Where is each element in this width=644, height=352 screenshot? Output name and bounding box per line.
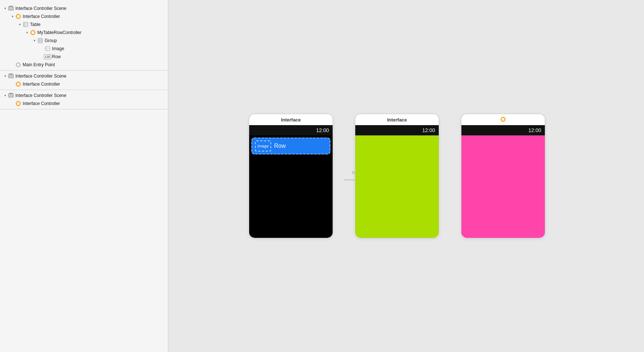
watch-2-header: Interface [355,114,439,125]
sidebar-item-controller-1[interactable]: Interface Controller [0,12,168,20]
sidebar-item-scene-3[interactable]: Interface Controller Scene [0,91,168,100]
svg-rect-12 [39,39,40,42]
disclosure-icon-7[interactable] [3,93,7,98]
label-icon: Lbl [45,54,50,60]
watch-2-time: 12:00 [422,127,435,133]
watch-1-status-bar: 12:00 [249,125,333,135]
watch-1-body: Image Row [249,135,333,238]
sidebar-item-image[interactable]: Image [0,45,168,53]
tree-section-2: Interface Controller Scene Interface Con… [0,71,168,90]
canvas-area: Main Interface 12:00 Image Row [168,0,644,352]
disclosure-icon-1[interactable] [3,6,7,11]
svg-rect-27 [17,102,20,105]
watch-3-header [461,114,545,125]
image-label: Image [52,46,64,51]
watch-device-1: Interface 12:00 Image Row [249,114,333,238]
sidebar-item-rowcontroller[interactable]: MyTableRowController [0,29,168,37]
watch-device-3: 12:00 [461,114,545,238]
scene-1-label: Interface Controller Scene [15,6,66,11]
svg-rect-19 [9,74,13,74]
group-label: Group [45,38,57,43]
controller-1-label: Interface Controller [23,14,60,19]
controller-icon-2 [30,30,36,35]
watch-1-header: Interface [249,114,333,125]
svg-rect-4 [17,15,20,18]
group-icon [37,38,43,44]
svg-rect-22 [17,83,20,86]
svg-rect-25 [9,94,13,97]
disclosure-icon-4[interactable] [25,30,29,35]
watch-1-time: 12:00 [316,127,329,133]
sidebar-item-scene-2[interactable]: Interface Controller Scene [0,72,168,80]
sidebar-item-entry[interactable]: Main Entry Point [0,61,168,69]
sidebar: Interface Controller Scene Interface Con… [0,0,168,352]
watch-device-2: Interface 12:00 [355,114,439,238]
sidebar-item-group[interactable]: Group [0,37,168,45]
controller-icon-3 [15,81,21,87]
svg-rect-20 [9,75,13,78]
watch-3-time: 12:00 [528,127,541,133]
svg-rect-1 [9,6,13,7]
disclosure-icon-5[interactable] [32,38,37,43]
watch-3-body [461,135,545,238]
svg-rect-29 [502,118,505,120]
sidebar-item-controller-3[interactable]: Interface Controller [0,100,168,108]
row-label: Row [52,54,61,59]
disclosure-icon-6[interactable] [3,74,7,78]
controller-icon-4 [15,101,21,106]
scene-icon-3 [8,93,14,98]
disclosure-icon-2[interactable] [10,14,15,19]
watch-3-status-bar: 12:00 [461,125,545,135]
table-label: Table [30,22,41,27]
svg-rect-10 [32,31,34,34]
watch-row-label: Row [274,143,286,149]
svg-rect-24 [9,93,13,94]
scene-2-label: Interface Controller Scene [15,74,66,79]
watch-2-status-bar: 12:00 [355,125,439,135]
watch-row-item: Image Row [251,138,330,154]
sidebar-item-row[interactable]: Lbl Row [0,53,168,61]
sidebar-item-table[interactable]: Table [0,20,168,29]
watch-screens: Interface 12:00 Image Row Interface 12:0… [249,114,545,238]
watch-row-image: Image [255,141,271,151]
controller-badge-icon [501,117,506,123]
tree-section-3: Interface Controller Scene Interface Con… [0,90,168,109]
table-icon [23,22,29,27]
controller-2-label: Interface Controller [23,82,60,87]
controller-3-label: Interface Controller [23,101,60,106]
entry-icon [15,62,21,68]
svg-rect-2 [9,7,13,10]
scene-icon [8,5,14,11]
sidebar-item-scene-1[interactable]: Interface Controller Scene [0,4,168,12]
tree-section-1: Interface Controller Scene Interface Con… [0,3,168,71]
svg-rect-13 [41,39,42,42]
sidebar-item-controller-2[interactable]: Interface Controller [0,80,168,88]
image-icon [45,46,50,52]
rowcontroller-label: MyTableRowController [37,30,82,35]
watch-2-body [355,135,439,238]
scene-3-label: Interface Controller Scene [15,93,66,98]
disclosure-icon-3[interactable] [18,22,22,27]
svg-rect-5 [23,22,28,27]
controller-icon-1 [15,14,21,19]
entry-label: Main Entry Point [23,62,55,67]
scene-icon-2 [8,73,14,79]
